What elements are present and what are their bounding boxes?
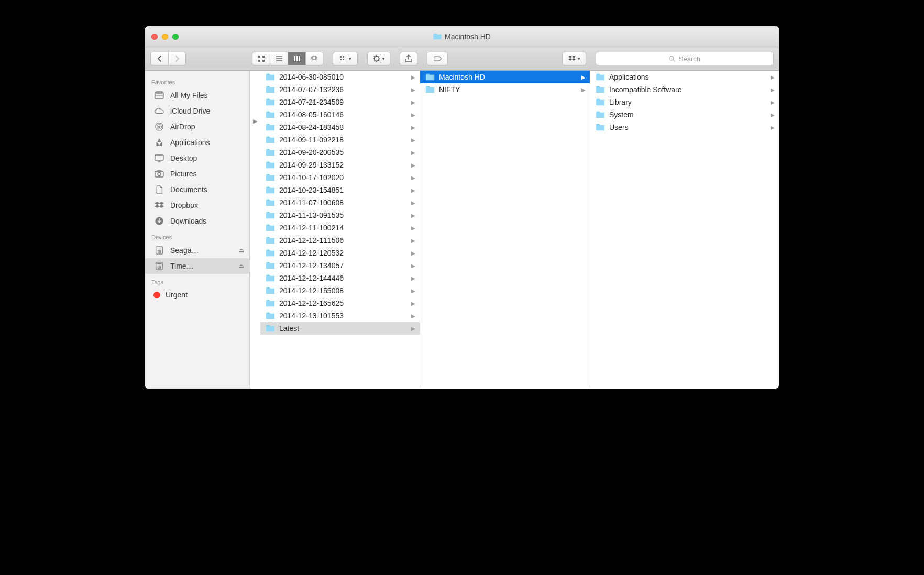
share-button[interactable] bbox=[400, 52, 417, 65]
sidebar-device[interactable]: Seaga…⏏ bbox=[145, 242, 249, 258]
folder-row[interactable]: Macintosh HD▶ bbox=[420, 71, 590, 83]
view-buttons bbox=[252, 52, 323, 65]
folder-name: 2014-07-07-132236 bbox=[279, 85, 344, 94]
column-view-button[interactable] bbox=[288, 52, 305, 65]
icon-view-button[interactable] bbox=[252, 52, 270, 65]
folder-row[interactable]: 2014-12-12-144446▶ bbox=[260, 272, 420, 284]
chevron-right-icon: ▶ bbox=[771, 74, 775, 80]
svg-rect-14 bbox=[340, 56, 342, 58]
chevron-right-icon: ▶ bbox=[411, 288, 415, 294]
folder-name: 2014-12-12-120532 bbox=[279, 249, 344, 257]
chevron-right-icon: ▶ bbox=[411, 200, 415, 206]
sidebar-item-desktop[interactable]: Desktop bbox=[145, 150, 249, 166]
chevron-right-icon: ▶ bbox=[411, 150, 415, 156]
folder-row[interactable]: 2014-07-21-234509▶ bbox=[260, 96, 420, 108]
folder-name: Applications bbox=[609, 73, 649, 81]
back-button[interactable] bbox=[150, 52, 168, 65]
finder-window: Macintosh HD bbox=[145, 26, 779, 389]
sidebar-item-all-my-files[interactable]: All My Files bbox=[145, 87, 249, 103]
chevron-right-icon: ▶ bbox=[411, 313, 415, 319]
svg-rect-3 bbox=[262, 60, 265, 62]
sidebar-item-documents[interactable]: Documents bbox=[145, 182, 249, 197]
folder-row[interactable]: 2014-11-07-100608▶ bbox=[260, 196, 420, 209]
zoom-button[interactable] bbox=[172, 34, 179, 40]
tags-button[interactable] bbox=[427, 52, 448, 65]
column-3[interactable]: Applications▶Incompatible Software▶Libra… bbox=[590, 71, 779, 389]
folder-name: 2014-12-12-134057 bbox=[279, 261, 344, 270]
sidebar-item-applications[interactable]: Applications bbox=[145, 135, 249, 150]
dropbox-button[interactable]: ▾ bbox=[562, 52, 586, 65]
folder-row[interactable]: 2014-09-11-092218▶ bbox=[260, 134, 420, 146]
sidebar-item-downloads[interactable]: Downloads bbox=[145, 213, 249, 229]
column-scroll-left[interactable]: ▶ bbox=[250, 115, 260, 127]
sidebar: Favorites All My FilesiCloud DriveAirDro… bbox=[145, 71, 250, 389]
coverflow-view-button[interactable] bbox=[305, 52, 323, 65]
folder-row[interactable]: 2014-11-13-091535▶ bbox=[260, 209, 420, 222]
folder-row[interactable]: 2014-12-13-101553▶ bbox=[260, 309, 420, 322]
folder-name: NIFTY bbox=[439, 85, 460, 94]
folder-row[interactable]: 2014-09-20-200535▶ bbox=[260, 146, 420, 159]
search-icon bbox=[669, 56, 676, 62]
sidebar-item-label: Downloads bbox=[170, 217, 206, 225]
folder-name: Users bbox=[609, 123, 629, 131]
folder-row[interactable]: 2014-08-24-183458▶ bbox=[260, 121, 420, 134]
sidebar-tag[interactable]: Urgent bbox=[145, 288, 249, 302]
folder-name: Incompatible Software bbox=[609, 85, 682, 94]
folder-name: 2014-12-12-165625 bbox=[279, 299, 344, 307]
folder-row[interactable]: 2014-12-12-155008▶ bbox=[260, 284, 420, 297]
folder-row[interactable]: Latest▶ bbox=[260, 322, 420, 335]
sidebar-item-dropbox[interactable]: Dropbox bbox=[145, 197, 249, 213]
svg-line-28 bbox=[673, 60, 675, 61]
chevron-right-icon: ▶ bbox=[411, 87, 415, 93]
action-button[interactable]: ▾ bbox=[367, 52, 390, 65]
folder-name: 2014-12-12-144446 bbox=[279, 274, 344, 282]
folder-name: 2014-11-13-091535 bbox=[279, 211, 344, 219]
folder-row[interactable]: 2014-12-12-120532▶ bbox=[260, 247, 420, 259]
eject-icon[interactable]: ⏏ bbox=[238, 262, 244, 270]
list-view-button[interactable] bbox=[270, 52, 288, 65]
folder-row[interactable]: NIFTY▶ bbox=[420, 83, 590, 96]
disk-icon bbox=[153, 261, 165, 271]
arrange-button[interactable]: ▾ bbox=[333, 52, 358, 65]
sidebar-item-icloud[interactable]: iCloud Drive bbox=[145, 103, 249, 119]
chevron-right-icon: ▶ bbox=[581, 74, 586, 80]
folder-name: 2014-12-11-100214 bbox=[279, 224, 344, 232]
folder-name: 2014-08-24-183458 bbox=[279, 123, 344, 131]
folder-row[interactable]: 2014-10-17-102020▶ bbox=[260, 171, 420, 184]
folder-row[interactable]: Incompatible Software▶ bbox=[590, 83, 779, 96]
folder-row[interactable]: 2014-08-05-160146▶ bbox=[260, 108, 420, 121]
column-1[interactable]: 2014-06-30-085010▶2014-07-07-132236▶2014… bbox=[250, 71, 420, 389]
folder-name: 2014-10-17-102020 bbox=[279, 173, 344, 182]
folder-row[interactable]: 2014-12-12-134057▶ bbox=[260, 259, 420, 272]
sidebar-item-pictures[interactable]: Pictures bbox=[145, 166, 249, 182]
search-field[interactable]: Search bbox=[596, 52, 774, 65]
sidebar-item-airdrop[interactable]: AirDrop bbox=[145, 119, 249, 135]
chevron-right-icon: ▶ bbox=[411, 74, 415, 80]
svg-point-18 bbox=[375, 57, 379, 61]
folder-row[interactable]: 2014-12-11-100214▶ bbox=[260, 222, 420, 234]
chevron-right-icon: ▶ bbox=[771, 87, 775, 93]
forward-button[interactable] bbox=[168, 52, 186, 65]
folder-row[interactable]: 2014-09-29-133152▶ bbox=[260, 159, 420, 171]
minimize-button[interactable] bbox=[162, 34, 168, 40]
folder-row[interactable]: 2014-07-07-132236▶ bbox=[260, 83, 420, 96]
folder-row[interactable]: Applications▶ bbox=[590, 71, 779, 83]
folder-row[interactable]: 2014-12-12-165625▶ bbox=[260, 297, 420, 309]
folder-row[interactable]: 2014-10-23-154851▶ bbox=[260, 184, 420, 196]
folder-name: System bbox=[609, 110, 634, 119]
folder-row[interactable]: 2014-06-30-085010▶ bbox=[260, 71, 420, 83]
sidebar-item-label: iCloud Drive bbox=[170, 107, 210, 115]
sidebar-device[interactable]: Time…⏏ bbox=[145, 258, 249, 274]
folder-row[interactable]: System▶ bbox=[590, 108, 779, 121]
folder-row[interactable]: Library▶ bbox=[590, 96, 779, 108]
folder-name: 2014-12-12-155008 bbox=[279, 286, 344, 295]
folder-row[interactable]: Users▶ bbox=[590, 121, 779, 134]
folder-name: 2014-07-21-234509 bbox=[279, 98, 344, 106]
folder-icon bbox=[433, 33, 442, 40]
icloud-icon bbox=[153, 106, 165, 116]
favorites-header: Favorites bbox=[145, 74, 249, 87]
eject-icon[interactable]: ⏏ bbox=[238, 247, 244, 254]
close-button[interactable] bbox=[151, 34, 158, 40]
column-2[interactable]: Macintosh HD▶NIFTY▶ bbox=[420, 71, 590, 389]
folder-row[interactable]: 2014-12-12-111506▶ bbox=[260, 234, 420, 247]
